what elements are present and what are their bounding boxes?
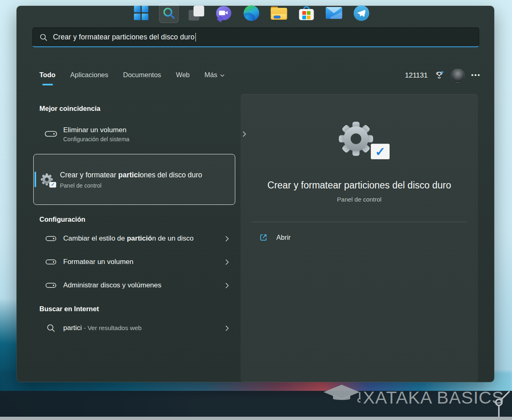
search-filter-tabs: Todo Aplicaciones Documentos Web Más <box>39 69 225 85</box>
result-title: Administrar discos y volúmenes <box>63 281 223 290</box>
text-caret <box>195 33 196 41</box>
chevron-right-icon[interactable] <box>223 282 232 289</box>
title-pre: Formatear un volumen <box>63 258 133 266</box>
preview-title: Crear y formatear particiones del disco … <box>241 180 478 191</box>
taskbar-icons <box>131 0 371 26</box>
open-action[interactable]: Abrir <box>241 233 478 242</box>
selected-title-pre: Crear y formatear <box>60 171 118 179</box>
rewards-trophy-icon[interactable] <box>434 71 444 80</box>
title-post: n de un disco <box>152 234 193 242</box>
selected-subtitle: Panel de control <box>60 182 202 189</box>
result-subtitle: Configuración del sistema <box>63 136 240 142</box>
results-column: Mejor coincidencia Eliminar un volumen C… <box>39 105 253 337</box>
result-text: partici - Ver resultados web <box>63 324 223 333</box>
more-options-button[interactable]: ••• <box>471 71 481 80</box>
microsoft-store-icon <box>299 6 314 20</box>
telegram-button[interactable] <box>351 3 371 23</box>
edge-icon <box>243 5 259 21</box>
result-title: Formatear un volumen <box>63 257 223 267</box>
section-header-best-match: Mejor coincidencia <box>39 105 253 112</box>
check-badge-icon: ✓ <box>371 144 390 159</box>
selected-text: Crear y formatear particiones del disco … <box>60 170 202 188</box>
telegram-icon <box>354 5 369 21</box>
selected-title-bold: partici <box>118 171 140 179</box>
preview-subtitle: Panel de control <box>241 196 478 203</box>
disk-management-icon: ✓ <box>38 172 56 187</box>
check-badge-icon: ✓ <box>49 182 56 188</box>
file-explorer-icon <box>271 7 287 20</box>
search-icon <box>39 33 48 41</box>
search-taskbar-button[interactable] <box>159 3 179 23</box>
result-title: Eliminar un volumen <box>63 126 240 135</box>
open-external-icon <box>259 233 268 242</box>
result-cambiar-estilo[interactable]: Cambiar el estilo de partición de un dis… <box>39 230 236 248</box>
result-text: Eliminar un volumen Configuración del si… <box>63 126 240 142</box>
search-flyout-panel: Crear y formatear particiones del disco … <box>16 6 494 382</box>
result-eliminar-volumen[interactable]: Eliminar un volumen Configuración del si… <box>39 122 253 147</box>
search-query-text: Crear y formatear particiones del disco … <box>53 33 195 41</box>
result-formatear-volumen[interactable]: Formatear un volumen <box>39 253 236 271</box>
chevron-right-icon[interactable] <box>223 324 232 332</box>
result-selected-crear-formatear[interactable]: ✓ Crear y formatear particiones del disc… <box>33 154 235 205</box>
rewards-points[interactable]: 121131 <box>405 71 427 80</box>
search-colored-icon <box>162 6 176 20</box>
result-text: Cambiar el estilo de partición de un dis… <box>63 234 223 243</box>
result-title: partici - Ver resultados web <box>63 324 223 333</box>
open-label: Abrir <box>276 234 291 241</box>
tab-mas[interactable]: Más <box>204 69 225 85</box>
taskbar <box>0 391 512 417</box>
title-pre: Administrar discos y volúmenes <box>63 281 161 289</box>
selection-accent-bar <box>34 172 36 187</box>
chat-icon <box>216 6 231 20</box>
result-text: Formatear un volumen <box>63 257 223 267</box>
mail-button[interactable] <box>324 3 344 23</box>
drive-icon <box>44 259 57 265</box>
web-suffix: - Ver resultados web <box>82 324 142 331</box>
edge-button[interactable] <box>241 3 261 23</box>
tab-todo[interactable]: Todo <box>39 69 55 85</box>
chat-button[interactable] <box>214 3 234 23</box>
title-pre: Cambiar el estilo de <box>63 234 127 242</box>
title-bold: partició <box>127 234 152 242</box>
drive-icon <box>44 282 57 289</box>
tab-documentos[interactable]: Documentos <box>123 69 161 85</box>
preview-app-icon: ✓ <box>335 117 384 162</box>
tab-mas-label: Más <box>204 71 217 78</box>
result-administrar-discos[interactable]: Administrar discos y volúmenes <box>39 277 236 294</box>
screen: Crear y formatear particiones del disco … <box>0 0 512 420</box>
tab-web[interactable]: Web <box>176 69 190 85</box>
preview-pane: ✓ Crear y formatear particiones del disc… <box>241 94 478 382</box>
task-view-button[interactable] <box>186 3 206 23</box>
web-query: partici <box>63 324 82 332</box>
search-icon <box>44 324 57 333</box>
drive-icon <box>44 235 57 242</box>
task-view-icon <box>188 5 204 21</box>
chevron-down-icon <box>220 71 225 79</box>
start-button[interactable] <box>131 3 151 23</box>
result-title: Cambiar el estilo de partición de un dis… <box>63 234 223 243</box>
mail-icon <box>326 7 342 19</box>
selected-title-post: ones del disco duro <box>140 171 202 179</box>
screen-bottom-strip <box>0 417 512 420</box>
chevron-right-icon[interactable] <box>223 258 232 266</box>
selected-title: Crear y formatear particiones del disco … <box>60 170 202 180</box>
result-web-search[interactable]: partici - Ver resultados web <box>39 319 236 337</box>
windows-logo-icon <box>134 6 148 20</box>
section-header-web: Buscar en Internet <box>39 305 253 313</box>
topbar-right: 121131 ••• <box>405 69 481 83</box>
search-input[interactable]: Crear y formatear particiones del disco … <box>32 28 479 47</box>
section-header-settings: Configuración <box>39 216 253 223</box>
microsoft-store-button[interactable] <box>296 3 316 23</box>
result-text: Administrar discos y volúmenes <box>63 281 223 290</box>
file-explorer-button[interactable] <box>269 3 289 23</box>
divider <box>251 222 467 222</box>
tab-aplicaciones[interactable]: Aplicaciones <box>70 69 108 85</box>
drive-icon <box>44 130 57 138</box>
chevron-right-icon[interactable] <box>223 235 232 242</box>
user-avatar[interactable] <box>451 69 465 83</box>
